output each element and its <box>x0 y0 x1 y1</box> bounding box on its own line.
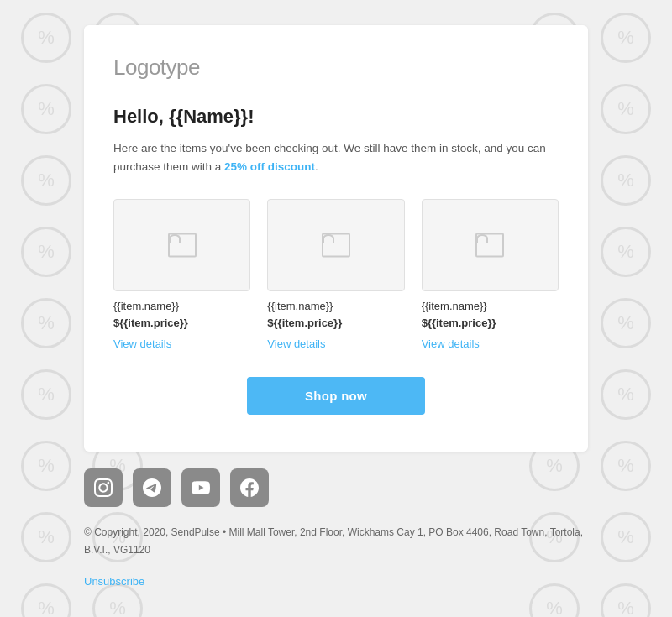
product-price-2: ${{item.price}} <box>267 316 404 329</box>
footer: © Copyright, 2020, SendPulse • Mill Mall… <box>84 452 588 588</box>
product-link-1[interactable]: View details <box>113 337 250 350</box>
email-card: Logotype Hello, {{Name}}! Here are the i… <box>84 25 588 452</box>
social-icons-row <box>84 468 588 507</box>
copyright-text: © Copyright, 2020, SendPulse • Mill Mall… <box>84 524 588 558</box>
logo-text: Logotype <box>113 55 200 80</box>
product-item-1: {{item.name}} ${{item.price}} View detai… <box>113 199 250 350</box>
body-text-after: . <box>315 160 318 173</box>
products-grid: {{item.name}} ${{item.price}} View detai… <box>113 199 559 350</box>
logo-light: type <box>160 55 200 80</box>
telegram-icon[interactable] <box>133 468 171 507</box>
cta-container: Shop now <box>113 377 559 415</box>
body-text-before: Here are the items you've been checking … <box>113 142 546 173</box>
product-item-2: {{item.name}} ${{item.price}} View detai… <box>267 199 404 350</box>
instagram-icon[interactable] <box>84 468 123 507</box>
youtube-icon[interactable] <box>181 468 220 507</box>
product-price-1: ${{item.price}} <box>113 316 250 329</box>
unsubscribe-link[interactable]: Unsubscribe <box>84 575 144 588</box>
logo-bold: Logo <box>113 55 160 80</box>
product-image-2 <box>267 199 404 291</box>
greeting-text: Hello, {{Name}}! <box>113 106 559 128</box>
shop-now-button[interactable]: Shop now <box>247 377 425 415</box>
product-image-1 <box>113 199 250 291</box>
product-link-2[interactable]: View details <box>267 337 404 350</box>
page-wrapper: Logotype Hello, {{Name}}! Here are the i… <box>0 0 672 617</box>
product-image-3 <box>422 199 559 291</box>
product-name-3: {{item.name}} <box>422 300 559 312</box>
facebook-icon[interactable] <box>230 468 269 507</box>
product-price-3: ${{item.price}} <box>422 316 559 329</box>
body-text: Here are the items you've been checking … <box>113 139 559 175</box>
product-name-1: {{item.name}} <box>113 300 250 312</box>
product-name-2: {{item.name}} <box>267 300 404 312</box>
logo: Logotype <box>113 55 559 81</box>
product-item-3: {{item.name}} ${{item.price}} View detai… <box>422 199 559 350</box>
discount-highlight: 25% off discount <box>224 160 315 173</box>
product-link-3[interactable]: View details <box>422 337 559 350</box>
